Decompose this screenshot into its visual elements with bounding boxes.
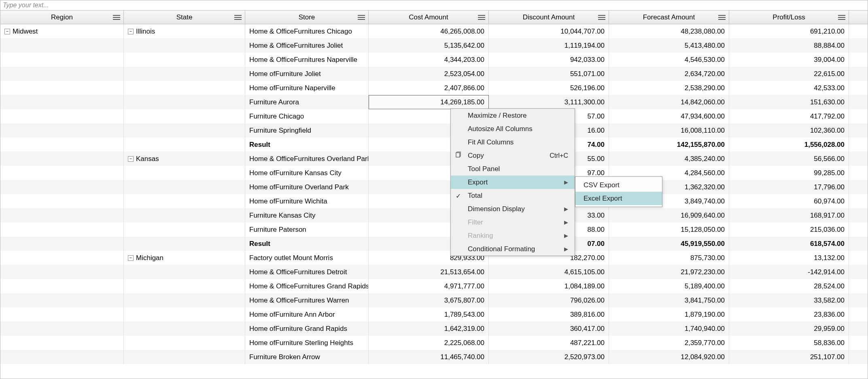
menu-item-excel-export[interactable]: Excel Export xyxy=(575,192,662,205)
cell-forecast: 5,413,480.00 xyxy=(609,38,729,53)
column-header-profit-loss[interactable]: Profit/Loss xyxy=(729,11,849,24)
table-row[interactable]: Furniture Broken Arrow11,465,740.002,520… xyxy=(0,350,868,364)
cell-store: Home & OfficeFurnitures Warren xyxy=(245,293,369,307)
cell-region xyxy=(0,67,124,81)
table-row[interactable]: Result136,5874.00142,155,870.001,556,028… xyxy=(0,138,868,152)
cell-discount: 1,119,194.00 xyxy=(489,38,609,53)
column-header-label: Store xyxy=(299,13,315,21)
context-menu[interactable]: Maximize / RestoreAutosize All ColumnsFi… xyxy=(450,108,575,256)
hamburger-icon[interactable] xyxy=(718,15,726,20)
menu-item-label: Autosize All Columns xyxy=(468,125,533,133)
search-input[interactable] xyxy=(3,1,865,9)
cell-store: Home ofFurniture Kansas City xyxy=(245,166,369,180)
menu-item-export[interactable]: Export▶ xyxy=(451,176,575,189)
cell-store: Home & OfficeFurnitures Detroit xyxy=(245,265,369,279)
table-row[interactable]: Home ofFurniture Ann Arbor1,789,543.0038… xyxy=(0,307,868,322)
column-header-region[interactable]: Region xyxy=(0,11,124,24)
column-header-forecast-amount[interactable]: Forecast Amount xyxy=(609,11,729,24)
grid-body[interactable]: −Midwest−IllinoisHome & OfficeFurnitures… xyxy=(0,24,868,379)
table-row[interactable]: Home & OfficeFurnitures Warren3,675,807.… xyxy=(0,293,868,307)
table-row[interactable]: Home ofFurniture Grand Rapids1,642,319.0… xyxy=(0,322,868,336)
menu-item-tool-panel[interactable]: Tool Panel xyxy=(451,162,575,176)
svg-rect-4 xyxy=(234,17,242,18)
menu-item-conditional-formating[interactable]: Conditional Formating▶ xyxy=(451,242,575,256)
cell-pl: 56,566.00 xyxy=(729,152,849,166)
hamburger-icon[interactable] xyxy=(478,15,485,20)
context-submenu-export[interactable]: CSV ExportExcel Export xyxy=(575,176,662,207)
cell-forecast: 14,842,060.00 xyxy=(609,95,729,109)
cell-forecast: 2,538,290.00 xyxy=(609,81,729,95)
table-row[interactable]: Home ofFurniture Joliet2,523,054.00551,0… xyxy=(0,67,868,81)
svg-rect-13 xyxy=(598,17,605,18)
menu-item-autosize-all-columns[interactable]: Autosize All Columns xyxy=(451,122,575,136)
collapse-icon[interactable]: − xyxy=(128,156,134,162)
cell-discount: 551,071.00 xyxy=(489,67,609,81)
app-window: RegionStateStoreCost AmountDiscount Amou… xyxy=(0,0,868,379)
chevron-right-icon: ▶ xyxy=(564,206,568,212)
cell-pl: 22,615.00 xyxy=(729,67,849,81)
cell-pl: 151,630.00 xyxy=(729,95,849,109)
svg-rect-6 xyxy=(358,15,365,16)
table-row[interactable]: Home ofFurniture Wichita3,653,849,740.00… xyxy=(0,194,868,208)
hamburger-icon[interactable] xyxy=(234,15,242,20)
column-header-discount-amount[interactable]: Discount Amount xyxy=(489,11,609,24)
table-row[interactable]: Home & OfficeFurnitures Naperville4,344,… xyxy=(0,53,868,67)
collapse-icon[interactable]: − xyxy=(128,255,134,261)
menu-item-filter: Filter▶ xyxy=(451,216,575,229)
menu-item-total[interactable]: ✓Total xyxy=(451,189,575,202)
hamburger-icon[interactable] xyxy=(838,15,845,20)
table-row[interactable]: Furniture Paterson14,4388.0015,128,050.0… xyxy=(0,222,868,237)
cell-forecast: 5,189,400.00 xyxy=(609,279,729,293)
table-row[interactable]: −Midwest−IllinoisHome & OfficeFurnitures… xyxy=(0,24,868,38)
table-row[interactable]: Home & OfficeFurnitures Grand Rapids4,97… xyxy=(0,279,868,293)
table-row[interactable]: −MichiganFactory outlet Mount Morris829,… xyxy=(0,251,868,265)
cell-store: Furniture Broken Arrow xyxy=(245,350,369,364)
table-row[interactable]: Home & OfficeFurnitures Joliet5,135,642.… xyxy=(0,38,868,53)
table-row[interactable]: Furniture Kansas City16,2433.0016,909,64… xyxy=(0,208,868,222)
cell-state xyxy=(124,53,245,67)
cell-store: Home & OfficeFurnitures Grand Rapids xyxy=(245,279,369,293)
table-row[interactable]: Furniture Aurora14,269,185.003,111,300.0… xyxy=(0,95,868,109)
state-label: Michigan xyxy=(136,254,163,262)
hamburger-icon[interactable] xyxy=(113,15,120,20)
cell-discount: 10,044,707.00 xyxy=(489,24,609,38)
table-row[interactable]: Furniture Chicago46,1957.0047,934,600.00… xyxy=(0,109,868,123)
table-row[interactable]: Result43,8707.0045,919,550.00618,574.00 xyxy=(0,237,868,251)
column-header-cost-amount[interactable]: Cost Amount xyxy=(369,11,489,24)
table-row[interactable]: Furniture Springfield15,4316.0016,008,11… xyxy=(0,123,868,138)
table-row[interactable]: Home ofFurniture Kansas City4,0497.004,2… xyxy=(0,166,868,180)
svg-rect-2 xyxy=(113,19,120,20)
menu-item-label: Tool Panel xyxy=(468,165,500,173)
collapse-icon[interactable]: − xyxy=(4,29,10,34)
collapse-icon[interactable]: − xyxy=(128,29,134,34)
cell-discount: 4,615,105.00 xyxy=(489,265,609,279)
menu-item-ranking: Ranking▶ xyxy=(451,229,575,242)
svg-rect-1 xyxy=(113,17,120,18)
table-row[interactable]: Home ofFurniture Naperville2,407,866.005… xyxy=(0,81,868,95)
cell-region xyxy=(0,237,124,251)
column-header-state[interactable]: State xyxy=(124,11,245,24)
menu-item-dimension-display[interactable]: Dimension Display▶ xyxy=(451,202,575,216)
cell-pl: -142,914.00 xyxy=(729,265,849,279)
hamburger-icon[interactable] xyxy=(598,15,605,20)
cell-pl: 102,360.00 xyxy=(729,123,849,138)
hamburger-icon[interactable] xyxy=(358,15,365,20)
cell-forecast: 16,008,110.00 xyxy=(609,123,729,138)
menu-item-fit-all-columns[interactable]: Fit All Columns xyxy=(451,136,575,149)
menu-item-csv-export[interactable]: CSV Export xyxy=(575,178,662,192)
menu-item-copy[interactable]: CopyCtrl+C xyxy=(451,149,575,162)
cell-cost: 2,225,068.00 xyxy=(369,336,489,350)
table-row[interactable]: Home ofFurniture Overland Park1,291,362,… xyxy=(0,180,868,194)
cell-store: Factory outlet Mount Morris xyxy=(245,251,369,265)
table-row[interactable]: Home & OfficeFurnitures Detroit21,513,65… xyxy=(0,265,868,279)
cell-discount: 389,816.00 xyxy=(489,307,609,322)
table-row[interactable]: −KansasHome & OfficeFurnitures Overland … xyxy=(0,152,868,166)
cell-state xyxy=(124,293,245,307)
menu-item-maximize-restore[interactable]: Maximize / Restore xyxy=(451,109,575,122)
cell-state: −Illinois xyxy=(124,24,245,38)
cell-store: Furniture Aurora xyxy=(245,95,369,109)
column-header-store[interactable]: Store xyxy=(245,11,369,24)
table-row[interactable]: Home ofFurniture Sterling Heights2,225,0… xyxy=(0,336,868,350)
svg-rect-18 xyxy=(838,15,845,16)
cell-store: Home & OfficeFurnitures Naperville xyxy=(245,53,369,67)
